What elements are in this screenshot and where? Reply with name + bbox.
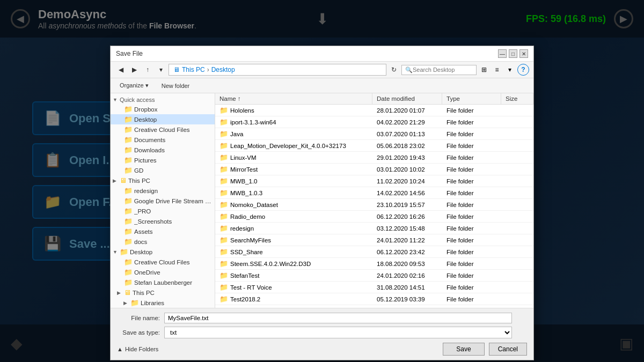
tree-item-redesign[interactable]: 📁 redesign: [111, 186, 215, 196]
dialog-save-button[interactable]: Save: [443, 343, 484, 356]
file-cell-name: 📁Leap_Motion_Developer_Kit_4.0.0+32173: [215, 141, 372, 151]
breadcrumb-thispc[interactable]: This PC: [182, 66, 205, 73]
tree-item-stefan[interactable]: 📁 Stefan Laubenberger: [111, 277, 215, 287]
file-row[interactable]: 📁Steem.SSE.4.0.2.Win22.D3D 18.08.2020 09…: [215, 258, 533, 270]
col-header-date[interactable]: Date modified: [372, 93, 442, 104]
tree-item-assets[interactable]: 📁 Assets: [111, 226, 215, 237]
nav-up-button[interactable]: ↑: [142, 64, 153, 76]
tree-item-libraries[interactable]: ▶ 📁 Libraries: [111, 298, 215, 308]
tree-item-creative-cloud[interactable]: 📁 Creative Cloud Files: [111, 124, 215, 135]
file-row[interactable]: 📁Test2018.2 05.12.2019 03:39 File folder: [215, 293, 533, 305]
tree-item-quick-access[interactable]: ▼ Quick access: [111, 95, 215, 104]
file-row[interactable]: 📁StefanTest 24.01.2020 02:16 File folder: [215, 270, 533, 282]
minimize-button[interactable]: —: [498, 49, 507, 58]
savetype-select[interactable]: txt: [164, 327, 512, 338]
nav-refresh-button[interactable]: ↻: [388, 64, 400, 76]
search-input[interactable]: [413, 67, 472, 73]
col-header-type[interactable]: Type: [442, 93, 501, 104]
cc-folder-icon: 📁: [124, 125, 133, 134]
file-cell-date: 11.02.2020 10:24: [372, 177, 442, 186]
tree-item-gd[interactable]: 📁 GD: [111, 165, 215, 175]
tree-item-cc2[interactable]: 📁 Creative Cloud Files: [111, 257, 215, 267]
close-button[interactable]: ✕: [519, 49, 528, 58]
dialog-controls: — □ ✕: [498, 49, 528, 58]
breadcrumb-desktop[interactable]: Desktop: [211, 66, 235, 73]
file-cell-name: 📁Nomoko_Dataset: [215, 200, 372, 210]
hide-folders-button[interactable]: ▲ Hide Folders: [117, 346, 158, 352]
file-row[interactable]: 📁iport-3.1.3-win64 04.02.2020 21:29 File…: [215, 116, 533, 128]
assets-folder-icon: 📁: [124, 227, 133, 235]
file-row[interactable]: 📁SearchMyFiles 24.01.2020 11:22 File fol…: [215, 234, 533, 246]
hide-folders-arrow: ▲: [117, 346, 123, 352]
file-row[interactable]: 📁Nomoko_Dataset 23.10.2019 15:57 File fo…: [215, 199, 533, 211]
file-row[interactable]: 📁MirrorTest 03.01.2020 10:02 File folder: [215, 164, 533, 175]
tree-item-pictures[interactable]: 📁 Pictures: [111, 155, 215, 165]
file-row[interactable]: 📁Linux-VM 29.01.2020 19:43 File folder: [215, 152, 533, 164]
tree-item-desktop2[interactable]: ▼ 📁 Desktop: [111, 247, 215, 257]
file-row[interactable]: 📁redesign 03.12.2020 15:48 File folder: [215, 223, 533, 234]
tree-item-screenshots[interactable]: 📁 _Screenshots: [111, 216, 215, 226]
file-cell-date: 23.10.2019 15:57: [372, 201, 442, 209]
dialog-overlay: Save File — □ ✕ ◀ ▶ ↑ ▾ 🖥 This PC: [0, 0, 644, 362]
file-cell-size: [501, 275, 533, 277]
file-cell-date: 05.12.2019 03:39: [372, 295, 442, 304]
file-cell-date: 05.06.2018 23:02: [372, 142, 442, 150]
file-cell-type: File folder: [442, 212, 501, 221]
cc2-folder-icon: 📁: [124, 258, 133, 266]
search-box[interactable]: 🔍: [401, 65, 477, 75]
file-cell-size: [501, 133, 533, 135]
filename-input[interactable]: [164, 313, 512, 323]
tree-item-docs[interactable]: 📁 docs: [111, 237, 215, 247]
col-header-name[interactable]: Name ↑: [215, 93, 372, 104]
tree-item-thispc[interactable]: ▶ 🖥 This PC: [111, 175, 215, 186]
organize-button[interactable]: Organize ▾: [115, 80, 153, 91]
tree-item-onedrive[interactable]: 📁 OneDrive: [111, 267, 215, 277]
new-folder-button[interactable]: New folder: [157, 81, 195, 91]
file-cell-name: 📁Java: [215, 129, 372, 139]
file-row[interactable]: 📁MWB_1.0.3 14.02.2020 14:56 File folder: [215, 187, 533, 199]
tree-item-dropbox[interactable]: 📁 Dropbox: [111, 104, 215, 114]
file-row[interactable]: 📁TestUAS2019.2 29.01.2020 13:48 File fol…: [215, 305, 533, 308]
filename-label: File name:: [117, 315, 160, 321]
file-row[interactable]: 📁Java 03.07.2020 01:13 File folder: [215, 128, 533, 140]
folder-tree: ▼ Quick access 📁 Dropbox 📁 Desktop 📁 Cre: [111, 93, 215, 308]
tree-item-google-drive[interactable]: 📁 Google Drive File Stream (G:): [111, 196, 215, 206]
file-row[interactable]: 📁Hololens 28.01.2020 01:07 File folder: [215, 105, 533, 116]
file-row[interactable]: 📁Leap_Motion_Developer_Kit_4.0.0+32173 0…: [215, 140, 533, 152]
file-cell-size: [501, 216, 533, 218]
file-cell-size: [501, 192, 533, 194]
file-row[interactable]: 📁Test - RT Voice 31.08.2020 14:51 File f…: [215, 282, 533, 293]
tree-item-thispc2[interactable]: ▶ 🖥 This PC: [111, 287, 215, 298]
file-cell-size: [501, 168, 533, 171]
desktop-folder-icon: 📁: [124, 115, 133, 123]
file-cell-size: [501, 263, 533, 265]
tree-item-desktop[interactable]: 📁 Desktop: [111, 114, 215, 124]
dialog-toolbar: Organize ▾ New folder: [111, 78, 533, 93]
file-row[interactable]: 📁Radio_demo 06.12.2020 16:26 File folder: [215, 211, 533, 223]
file-cell-size: [501, 227, 533, 230]
breadcrumb-bar[interactable]: 🖥 This PC › Desktop: [169, 64, 386, 76]
tree-item-downloads[interactable]: 📁 Downloads: [111, 145, 215, 155]
file-cell-date: 14.02.2020 14:56: [372, 189, 442, 197]
file-row[interactable]: 📁SSD_Share 06.12.2020 23:42 File folder: [215, 246, 533, 258]
dialog-cancel-button[interactable]: Cancel: [489, 343, 527, 356]
tree-item-documents[interactable]: 📁 Documents: [111, 135, 215, 145]
view-list-button[interactable]: ≡: [491, 64, 503, 76]
nav-back-button[interactable]: ◀: [115, 64, 127, 76]
maximize-button[interactable]: □: [509, 49, 517, 58]
view-grid-button[interactable]: ⊞: [478, 64, 490, 76]
pro-folder-icon: 📁: [124, 207, 133, 215]
file-cell-name: 📁Test - RT Voice: [215, 282, 372, 292]
col-header-size[interactable]: Size: [501, 93, 533, 104]
file-cell-name: 📁Linux-VM: [215, 152, 372, 162]
file-cell-name: 📁Radio_demo: [215, 211, 372, 221]
file-cell-name: 📁SearchMyFiles: [215, 235, 372, 245]
view-menu-button[interactable]: ▾: [504, 64, 516, 76]
help-button[interactable]: ?: [517, 64, 529, 76]
file-cell-type: File folder: [442, 236, 501, 245]
file-row[interactable]: 📁MWB_1.0 11.02.2020 10:24 File folder: [215, 175, 533, 187]
tree-item-pro[interactable]: 📁 _PRO: [111, 206, 215, 216]
nav-forward-button[interactable]: ▶: [128, 64, 140, 76]
nav-recent-button[interactable]: ▾: [155, 64, 167, 76]
file-cell-date: 03.07.2020 01:13: [372, 130, 442, 138]
